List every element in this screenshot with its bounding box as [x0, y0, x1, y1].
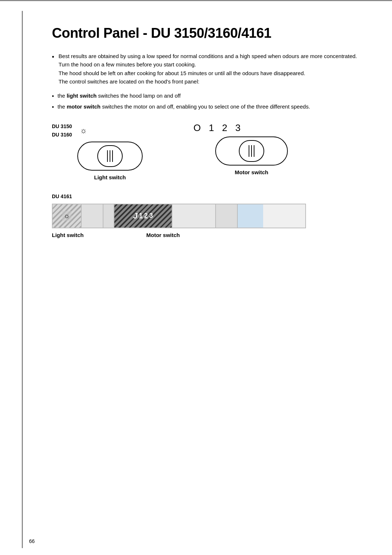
du4161-right-1	[172, 204, 216, 228]
motor-j-label: J	[133, 211, 138, 221]
model-label-row: DU 3150 DU 3160 ☼	[52, 122, 87, 139]
motor-switch-bold: motor switch	[67, 103, 101, 110]
vline-2	[110, 150, 110, 162]
du4161-empty-1	[82, 204, 103, 228]
du3160-label: DU 3160	[52, 131, 72, 139]
vline-1	[107, 150, 108, 162]
du4161-right-3	[238, 204, 263, 228]
motor-o: O	[193, 122, 201, 134]
du3150-3160-section: DU 3150 DU 3160 ☼ Light switch	[52, 122, 363, 180]
du4161-light-segment: ☼	[53, 204, 82, 228]
du4161-motor-caption: Motor switch	[146, 232, 180, 238]
motor-vline-2	[251, 145, 252, 157]
motor-vline-1	[249, 145, 249, 157]
light-switch-bold: light switch	[67, 93, 97, 99]
sub-dot-1: •	[52, 91, 54, 101]
du4161-panel: ☼ J 1 2 3	[52, 204, 306, 228]
page-title: Control Panel - DU 3150/3160/4161	[52, 25, 363, 41]
du4161-label: DU 4161	[52, 193, 363, 199]
du3150-3160-row: DU 3150 DU 3160 ☼ Light switch	[52, 122, 363, 180]
motor-switch-diagram: O 1 2 3 Motor switch	[190, 122, 313, 175]
motor-switch-button	[215, 136, 288, 166]
motor-3: 3	[235, 122, 240, 134]
bullet-dot-1: •	[52, 52, 54, 62]
motor-2: 2	[222, 122, 227, 134]
motor-2-label: 2	[144, 212, 148, 220]
motor-switch-desc: the motor switch switches the motor on a…	[58, 102, 310, 111]
du4161-spacer-1	[103, 204, 114, 228]
sub-bullet-list: • the light switch switches the hood lam…	[52, 91, 363, 111]
sun-icon: ☼	[80, 126, 87, 135]
vline-3	[112, 150, 113, 162]
du4161-captions: Light switch Motor switch	[52, 232, 306, 238]
du4161-light-caption: Light switch	[52, 232, 124, 238]
intro-text-1: Best results are obtained by using a low…	[58, 52, 357, 86]
motor-1-label: 1	[139, 212, 143, 220]
light-switch-caption: Light switch	[94, 174, 126, 180]
light-switch-desc: the light switch switches the hood lamp …	[58, 91, 181, 100]
page-number: 66	[29, 538, 35, 544]
du4161-right-2	[216, 204, 238, 228]
motor-vline-3	[254, 145, 254, 157]
light-switch-diagram: DU 3150 DU 3160 ☼ Light switch	[52, 122, 168, 180]
sub-dot-2: •	[52, 102, 54, 112]
motor-1: 1	[209, 122, 214, 134]
du4161-sun-icon: ☼	[62, 211, 72, 221]
motor-numbers: O 1 2 3	[193, 122, 241, 134]
light-switch-button	[77, 142, 143, 171]
sub-bullet-2: • the motor switch switches the motor on…	[52, 102, 363, 112]
du3150-label: DU 3150	[52, 122, 72, 130]
du4161-motor-active-segment: J 1 2 3	[114, 204, 172, 228]
model-labels: DU 3150 DU 3160	[52, 122, 72, 139]
motor-switch-inner	[239, 140, 264, 162]
sub-bullet-1: • the light switch switches the hood lam…	[52, 91, 363, 101]
motor-switch-caption: Motor switch	[235, 169, 269, 175]
du4161-section: DU 4161 ☼ J 1 2 3 Light s	[52, 193, 363, 238]
motor-vlines	[249, 144, 254, 158]
motor-3-label: 3	[149, 212, 153, 220]
vlines	[107, 149, 113, 163]
light-switch-inner	[97, 145, 123, 167]
intro-section: • Best results are obtained by using a l…	[52, 52, 363, 111]
